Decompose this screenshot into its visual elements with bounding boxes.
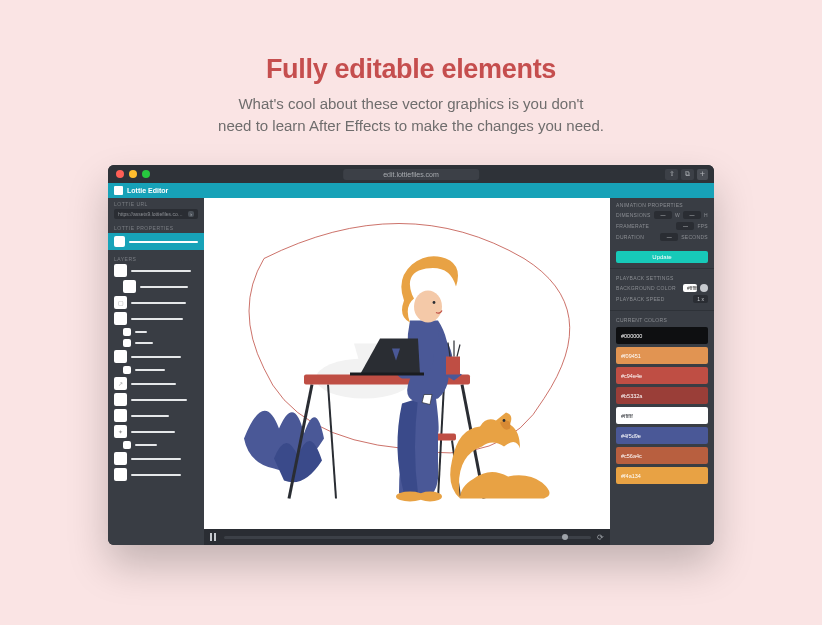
timeline-scrubber[interactable]: [224, 536, 591, 539]
layer-item[interactable]: [123, 280, 198, 293]
layer-name: [135, 331, 147, 333]
layer-name: [131, 383, 176, 385]
layer-name: [131, 458, 181, 460]
framerate-label: FRAMERATE: [616, 223, 649, 229]
width-input[interactable]: —: [654, 211, 672, 219]
hero-subtitle: What's cool about these vector graphics …: [0, 93, 822, 137]
fps-input[interactable]: —: [676, 222, 694, 230]
new-tab-button[interactable]: +: [697, 169, 708, 180]
lottie-url-input[interactable]: https://assets9.lottiefiles.com/packages…: [114, 209, 198, 219]
layer-thumb-icon: ✦: [114, 425, 127, 438]
color-swatch[interactable]: #f09451: [616, 347, 708, 364]
anim-section-label: ANIMATION PROPERTIES: [616, 202, 708, 208]
right-panel: ANIMATION PROPERTIES DIMENSIONS — W — H …: [610, 198, 714, 545]
layer-thumb-icon: ▢: [114, 296, 127, 309]
layer-item[interactable]: [114, 312, 198, 325]
speed-label: PLAYBACK SPEED: [616, 296, 665, 302]
property-icon: [114, 236, 125, 247]
address-bar[interactable]: edit.lottiefiles.com: [343, 169, 479, 180]
bgcolor-input[interactable]: #ffffff: [683, 284, 697, 292]
url-section-label: LOTTIE URL: [108, 198, 204, 209]
layer-name: [131, 318, 183, 320]
color-swatch[interactable]: #ffffff: [616, 407, 708, 424]
color-swatch[interactable]: #c56a4c: [616, 447, 708, 464]
layer-item[interactable]: [114, 350, 198, 363]
close-icon[interactable]: [116, 170, 124, 178]
props-section-label: LOTTIE PROPERTIES: [108, 222, 204, 233]
layer-item[interactable]: ✦: [114, 425, 198, 438]
bgcolor-toggle[interactable]: [700, 284, 708, 292]
svg-point-12: [433, 301, 436, 304]
layer-name: [131, 474, 181, 476]
layer-item[interactable]: [114, 264, 198, 277]
bgcolor-label: BACKGROUND COLOR: [616, 285, 676, 291]
illustration: [204, 198, 610, 529]
layer-item[interactable]: ▢: [114, 296, 198, 309]
layer-item[interactable]: [123, 328, 198, 336]
svg-rect-14: [446, 357, 460, 375]
layer-name: [135, 369, 165, 371]
app-titlebar: Lottie Editor: [108, 183, 714, 198]
svg-point-18: [503, 419, 506, 422]
upload-icon[interactable]: ⇧: [665, 169, 678, 180]
minimize-icon[interactable]: [129, 170, 137, 178]
hero-title: Fully editable elements: [0, 54, 822, 85]
layer-thumb-icon: [114, 350, 127, 363]
layer-item[interactable]: [114, 393, 198, 406]
layer-thumb-icon: [123, 441, 131, 449]
speed-select[interactable]: 1 x: [693, 295, 708, 303]
hero: Fully editable elements What's cool abou…: [0, 0, 822, 137]
pause-button[interactable]: [210, 533, 218, 541]
layer-name: [131, 270, 191, 272]
root-property-row[interactable]: [108, 233, 204, 250]
dimensions-label: DIMENSIONS: [616, 212, 651, 218]
scrubber-knob[interactable]: [562, 534, 568, 540]
layer-name: [131, 356, 181, 358]
layer-item[interactable]: [114, 468, 198, 481]
height-input[interactable]: —: [683, 211, 701, 219]
loop-button[interactable]: ⟳: [597, 533, 604, 542]
layer-item[interactable]: [123, 366, 198, 374]
layer-item[interactable]: [114, 452, 198, 465]
layers-section-label: LAYERS: [108, 253, 204, 264]
layer-name: [131, 415, 169, 417]
svg-line-17: [457, 345, 460, 357]
svg-line-3: [328, 385, 336, 499]
svg-line-4: [438, 385, 444, 499]
swatch-section-label: CURRENT COLORS: [616, 317, 708, 323]
svg-rect-13: [350, 373, 424, 376]
app-body: LOTTIE URL https://assets9.lottiefiles.c…: [108, 198, 714, 545]
go-button[interactable]: ›: [188, 211, 194, 217]
copy-icon[interactable]: ⧉: [681, 169, 694, 180]
duration-input[interactable]: —: [660, 233, 678, 241]
left-sidebar: LOTTIE URL https://assets9.lottiefiles.c…: [108, 198, 204, 545]
layer-item[interactable]: [123, 441, 198, 449]
color-swatch[interactable]: #b5332a: [616, 387, 708, 404]
playback-section-label: PLAYBACK SETTINGS: [616, 275, 708, 281]
swatch-list: #000000#f09451#c94e4e#b5332a#ffffff#4f5d…: [610, 327, 714, 490]
layer-name: [131, 399, 187, 401]
layer-item[interactable]: ↗: [114, 377, 198, 390]
layer-thumb-icon: [114, 264, 127, 277]
layer-name: [131, 431, 175, 433]
layer-item[interactable]: [123, 339, 198, 347]
svg-point-10: [418, 492, 442, 502]
layer-thumb-icon: [123, 339, 131, 347]
layer-item[interactable]: [114, 409, 198, 422]
canvas-preview[interactable]: [204, 198, 610, 529]
color-swatch[interactable]: #000000: [616, 327, 708, 344]
color-swatch[interactable]: #4f5d9e: [616, 427, 708, 444]
layer-name: [131, 302, 186, 304]
window-titlebar: edit.lottiefiles.com ⇧ ⧉ +: [108, 165, 714, 183]
layer-thumb-icon: [114, 393, 127, 406]
update-button[interactable]: Update: [616, 251, 708, 263]
color-swatch[interactable]: #f4a134: [616, 467, 708, 484]
color-swatch[interactable]: #c94e4e: [616, 367, 708, 384]
layer-name: [135, 444, 157, 446]
toolbar-icons: ⇧ ⧉ +: [665, 169, 708, 180]
playback-bar: ⟳: [204, 529, 610, 545]
layer-thumb-icon: [123, 328, 131, 336]
layer-name: [140, 286, 188, 288]
layer-thumb-icon: [114, 312, 127, 325]
maximize-icon[interactable]: [142, 170, 150, 178]
